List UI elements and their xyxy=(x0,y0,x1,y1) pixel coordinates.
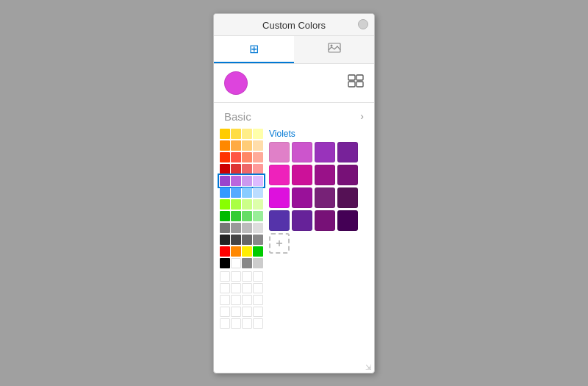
swatch xyxy=(242,283,252,293)
swatch[interactable] xyxy=(253,176,263,186)
swatch[interactable] xyxy=(242,140,252,151)
color-cell[interactable] xyxy=(337,165,358,185)
color-cell[interactable] xyxy=(315,210,335,231)
svg-rect-4 xyxy=(348,82,355,87)
category-label: Violets xyxy=(269,129,368,139)
swatch[interactable] xyxy=(253,235,263,245)
swatch[interactable] xyxy=(231,223,241,233)
color-cell[interactable] xyxy=(269,210,290,231)
color-cell[interactable] xyxy=(292,187,312,208)
swatch-row-11 xyxy=(220,246,263,257)
swatch[interactable] xyxy=(253,187,263,198)
swatch xyxy=(220,283,230,293)
swatch xyxy=(231,307,241,317)
empty-row xyxy=(220,295,263,305)
swatch[interactable] xyxy=(253,140,263,151)
swatch[interactable] xyxy=(220,187,230,198)
swatch[interactable] xyxy=(242,246,252,257)
swatch xyxy=(253,271,263,282)
swatch xyxy=(242,318,252,329)
swatch[interactable] xyxy=(220,223,230,233)
swatch[interactable] xyxy=(220,129,230,139)
layout-toggle-button[interactable] xyxy=(348,74,364,91)
color-cell[interactable] xyxy=(292,210,312,231)
swatch[interactable] xyxy=(242,235,252,245)
selected-color-preview[interactable] xyxy=(224,71,248,95)
color-cell[interactable] xyxy=(269,187,290,208)
swatch[interactable] xyxy=(231,152,241,162)
title-bar: Custom Colors xyxy=(214,14,374,36)
swatch[interactable] xyxy=(253,129,263,139)
swatch-row-12 xyxy=(220,258,263,268)
color-cell[interactable] xyxy=(269,165,290,185)
swatch[interactable] xyxy=(253,152,263,162)
color-cell[interactable] xyxy=(337,210,358,231)
swatch[interactable] xyxy=(242,164,252,174)
swatch[interactable] xyxy=(253,246,263,257)
swatch[interactable] xyxy=(231,187,241,198)
swatch[interactable] xyxy=(231,211,241,221)
swatch[interactable] xyxy=(242,129,252,139)
swatch[interactable] xyxy=(253,164,263,174)
empty-row xyxy=(220,318,263,329)
swatch[interactable] xyxy=(220,140,230,151)
swatch[interactable] xyxy=(253,199,263,210)
svg-rect-5 xyxy=(356,82,363,87)
swatch[interactable] xyxy=(220,199,230,210)
svg-rect-2 xyxy=(348,75,355,80)
swatch[interactable] xyxy=(231,235,241,245)
swatch-row-7 xyxy=(220,199,263,210)
tab-grid[interactable]: ⊞ xyxy=(214,36,294,63)
section-expand-button[interactable]: › xyxy=(360,110,364,122)
swatch[interactable] xyxy=(231,140,241,151)
swatch[interactable] xyxy=(220,176,230,186)
swatch[interactable] xyxy=(231,164,241,174)
add-color-row xyxy=(269,233,368,254)
swatch[interactable] xyxy=(231,258,241,268)
swatch[interactable] xyxy=(242,152,252,162)
swatch[interactable] xyxy=(231,129,241,139)
swatch[interactable] xyxy=(220,246,230,257)
swatch[interactable] xyxy=(231,176,241,186)
color-cell[interactable] xyxy=(315,142,335,162)
swatch[interactable] xyxy=(220,211,230,221)
swatch[interactable] xyxy=(253,211,263,221)
color-cell[interactable] xyxy=(315,165,335,185)
color-cell[interactable] xyxy=(315,187,335,208)
swatch[interactable] xyxy=(242,199,252,210)
swatch[interactable] xyxy=(220,258,230,268)
swatch[interactable] xyxy=(220,152,230,162)
swatch[interactable] xyxy=(220,164,230,174)
swatch[interactable] xyxy=(242,187,252,198)
main-color-grid-area: Violets xyxy=(266,127,374,365)
swatch[interactable] xyxy=(242,258,252,268)
image-tab-icon xyxy=(328,43,341,55)
swatch[interactable] xyxy=(220,235,230,245)
content-area: Violets xyxy=(214,127,374,373)
empty-row xyxy=(220,283,263,293)
swatch[interactable] xyxy=(231,246,241,257)
resize-handle[interactable]: ⇲ xyxy=(365,363,371,371)
color-cell[interactable] xyxy=(269,142,290,162)
swatch[interactable] xyxy=(242,211,252,221)
swatch[interactable] xyxy=(242,223,252,233)
swatch-row-3 xyxy=(220,152,263,162)
swatch[interactable] xyxy=(231,199,241,210)
swatch xyxy=(242,307,252,317)
dialog-title: Custom Colors xyxy=(262,20,326,31)
swatch[interactable] xyxy=(253,223,263,233)
swatch[interactable] xyxy=(242,176,252,186)
close-button[interactable] xyxy=(358,19,368,29)
swatch[interactable] xyxy=(253,258,263,268)
color-cell[interactable] xyxy=(337,187,358,208)
add-color-button[interactable] xyxy=(269,233,290,254)
custom-colors-dialog: Custom Colors ⊞ xyxy=(213,13,375,374)
swatch xyxy=(253,283,263,293)
preview-bar xyxy=(214,64,374,103)
color-cell[interactable] xyxy=(337,142,358,162)
svg-point-1 xyxy=(330,44,332,46)
color-cell[interactable] xyxy=(292,142,312,162)
tab-image[interactable] xyxy=(294,36,374,63)
swatch xyxy=(220,307,230,317)
color-cell[interactable] xyxy=(292,165,312,185)
